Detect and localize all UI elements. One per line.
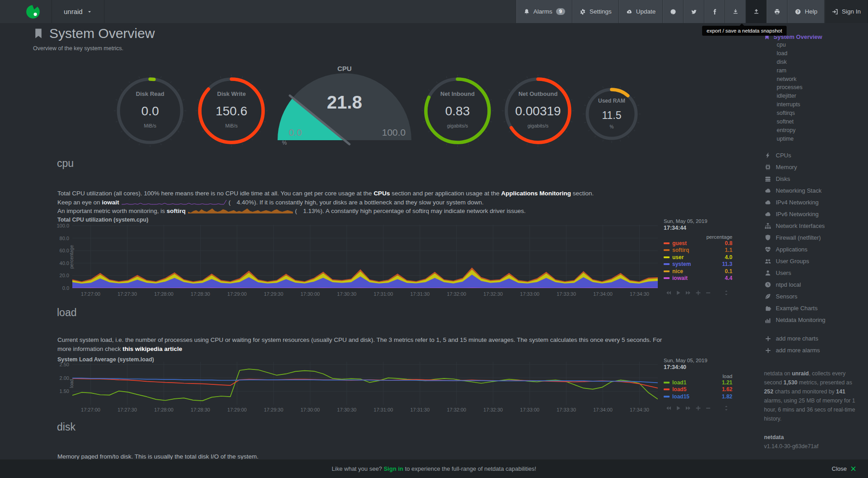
sidebar-link-ram[interactable]: ram: [777, 67, 864, 76]
bottom-signin-link[interactable]: Sign in: [384, 465, 403, 472]
sidebar-section-ipv6-networking[interactable]: IPv6 Networking: [764, 208, 864, 220]
bold-text: 252: [764, 388, 774, 395]
update-button[interactable]: Update: [619, 0, 663, 23]
legend-swatch: [664, 382, 670, 383]
sidebar-section-label: Example Charts: [776, 305, 817, 312]
text: alarms, using 25 MB of memory for 1 hour…: [764, 398, 855, 422]
legend-row-load5[interactable]: load51.62: [664, 386, 732, 393]
gauge-net-outbound[interactable]: Net Outbound0.00319gigabits/s: [500, 72, 576, 151]
export-snapshot-button[interactable]: [746, 0, 767, 23]
brand-name: netdata: [764, 433, 864, 442]
legend-row-iowait[interactable]: iowait4.4: [664, 275, 732, 282]
cloud-arrow-icon: [626, 9, 632, 15]
pan-forward-button[interactable]: [685, 290, 691, 296]
sidebar-section-cpus[interactable]: CPUs: [764, 150, 864, 161]
gauge-net-inbound[interactable]: Net Inbound0.83gigabits/s: [419, 72, 496, 151]
facebook-button[interactable]: [704, 0, 725, 23]
alarms-button[interactable]: Alarms9: [516, 0, 572, 23]
settings-button[interactable]: Settings: [572, 0, 619, 23]
zoom-in-button[interactable]: [695, 290, 701, 296]
netdata-logo[interactable]: [0, 0, 52, 23]
sidebar-section-label: Firewall (netfilter): [776, 234, 821, 241]
load-chart-resize-handle[interactable]: [723, 405, 729, 411]
text: ( 1.13%). A constantly high percentage o…: [295, 208, 526, 214]
zoom-in-button[interactable]: [695, 405, 701, 411]
close-banner-button[interactable]: Close: [832, 465, 856, 472]
sidebar-link-uptime[interactable]: uptime: [777, 136, 864, 144]
host-dropdown[interactable]: unraid: [52, 0, 104, 23]
sidebar-link-softnet[interactable]: softnet: [777, 118, 864, 127]
sidebar-section-user-groups[interactable]: User Groups: [764, 256, 864, 267]
cpu-chart-resize-handle[interactable]: [723, 290, 729, 296]
sidebar-section-firewall-netfilter-[interactable]: Firewall (netfilter): [764, 232, 864, 244]
pan-forward-button[interactable]: [685, 405, 691, 411]
legend-row-softirq[interactable]: softirq1.1: [664, 247, 732, 254]
cpu-chart-plot-area[interactable]: [72, 225, 658, 291]
x-axis-tick: 17:34:30: [623, 407, 656, 412]
play-button[interactable]: [675, 290, 681, 296]
zoom-out-button[interactable]: [705, 290, 711, 296]
svg-text:%: %: [282, 140, 287, 146]
sidebar-link-entropy[interactable]: entropy: [777, 127, 864, 136]
sidebar-section-sensors[interactable]: Sensors: [764, 291, 864, 303]
legend-row-load15[interactable]: load151.82: [664, 393, 732, 400]
sidebar-section-memory[interactable]: Memory: [764, 161, 864, 173]
bold-text: softirq: [167, 208, 186, 214]
sidebar-section-ipv4-networking[interactable]: IPv4 Networking: [764, 197, 864, 208]
gauge-used-ram[interactable]: Used RAM11.5%: [582, 85, 641, 145]
sidebar-link-disk[interactable]: disk: [777, 59, 864, 67]
twitter-button[interactable]: [684, 0, 704, 23]
import-snapshot-button[interactable]: [725, 0, 746, 23]
clock-icon: [764, 281, 772, 288]
legend-row-load1[interactable]: load11.21: [664, 379, 732, 386]
sidebar-link-load[interactable]: load: [777, 50, 864, 59]
x-axis-tick: 17:33:30: [550, 291, 583, 297]
gauge-disk-write[interactable]: Disk Write150.6MiB/s: [193, 72, 270, 151]
sidebar-section-example-charts[interactable]: Example Charts: [764, 303, 864, 314]
sidebar-link-softirqs[interactable]: softirqs: [777, 110, 864, 118]
add-more-alarms-button[interactable]: add more alarms: [764, 345, 864, 356]
sidebar-section-networking-stack[interactable]: Networking Stack: [764, 185, 864, 197]
applications-monitoring-link[interactable]: Applications Monitoring: [501, 190, 571, 197]
gauge-cpu[interactable]: CPU21.80.0100.0%: [274, 63, 415, 149]
gauge-disk-read[interactable]: Disk Read0.0MiB/s: [112, 72, 189, 151]
sidebar-section-ntpd-local[interactable]: ntpd local: [764, 279, 864, 291]
wikipedia-link[interactable]: this wikipedia article: [123, 345, 182, 352]
sidebar-link-interrupts[interactable]: interrupts: [777, 101, 864, 110]
signin-banner: Like what you see? Sign in to experience…: [0, 459, 868, 478]
sidebar-section-applications[interactable]: Applications: [764, 244, 864, 256]
y-axis-tick: 40.0: [47, 260, 69, 266]
sidebar-link-network[interactable]: network: [777, 76, 864, 85]
legend-row-nice[interactable]: nice0.1: [664, 268, 732, 275]
legend-row-system[interactable]: system11.3: [664, 261, 732, 268]
legend-row-guest[interactable]: guest0.8: [664, 240, 732, 247]
print-button[interactable]: [767, 0, 788, 23]
help-button[interactable]: ?Help: [788, 0, 825, 23]
x-axis-tick: 17:29:30: [257, 291, 290, 297]
legend-row-user[interactable]: user4.0: [664, 254, 732, 261]
softirq-sparkline: [188, 208, 293, 214]
x-axis-tick: 17:28:00: [147, 291, 180, 297]
sidebar-link-idlejitter[interactable]: idlejitter: [777, 93, 864, 101]
text: to experience the full-range of netdata …: [403, 465, 536, 472]
signin-button[interactable]: Sign In: [825, 0, 868, 23]
github-button[interactable]: [663, 0, 684, 23]
zoom-out-button[interactable]: [705, 405, 711, 411]
bolt-icon: [764, 152, 772, 159]
sidebar-section-network-interfaces[interactable]: Network Interfaces: [764, 220, 864, 232]
cpus-link[interactable]: CPUs: [373, 190, 390, 197]
sidebar-section-disks[interactable]: Disks: [764, 173, 864, 185]
sidebar-link-cpu[interactable]: cpu: [777, 42, 864, 50]
question-icon: ?: [795, 9, 801, 15]
sidebar-section-users[interactable]: Users: [764, 267, 864, 279]
svg-text:gigabits/s: gigabits/s: [528, 123, 549, 128]
legend-swatch: [664, 256, 670, 258]
sidebar-link-processes[interactable]: processes: [777, 84, 864, 93]
sidebar-section-netdata-monitoring[interactable]: Netdata Monitoring: [764, 314, 864, 326]
add-more-charts-button[interactable]: add more charts: [764, 333, 864, 345]
pan-backward-button[interactable]: [665, 405, 671, 411]
x-axis-tick: 17:30:30: [330, 407, 363, 412]
play-button[interactable]: [675, 405, 681, 411]
pan-backward-button[interactable]: [665, 290, 671, 296]
load-chart-plot-area[interactable]: [72, 362, 658, 407]
